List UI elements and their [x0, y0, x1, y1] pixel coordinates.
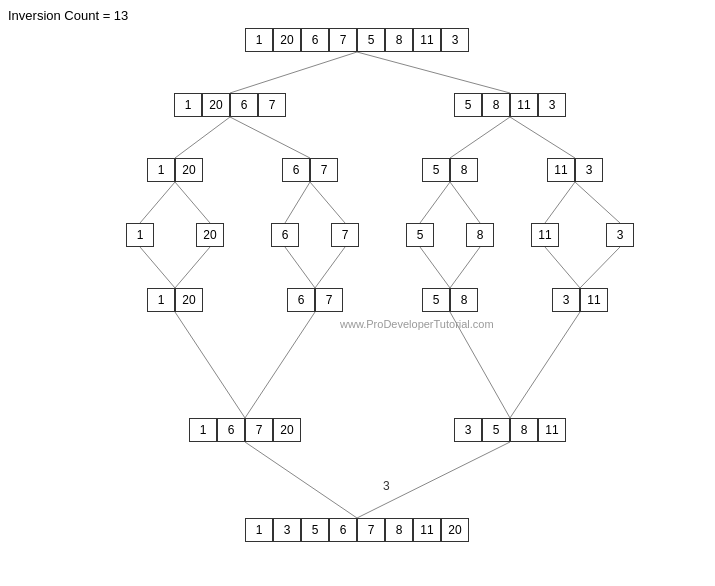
tree-node-n18: 311 — [552, 288, 608, 312]
svg-line-19 — [450, 247, 480, 288]
cell-value: 5 — [482, 418, 510, 442]
cell-value: 1 — [245, 28, 273, 52]
cell-value: 1 — [174, 93, 202, 117]
cell-value: 20 — [202, 93, 230, 117]
tree-node-n7: 1 — [126, 223, 154, 247]
cell-value: 20 — [273, 418, 301, 442]
tree-node-n8: 20 — [196, 223, 224, 247]
svg-line-0 — [230, 52, 357, 93]
cell-value: 5 — [406, 223, 434, 247]
cell-value: 1 — [147, 288, 175, 312]
tree-node-n11: 5 — [406, 223, 434, 247]
svg-line-9 — [310, 182, 345, 223]
cell-value: 8 — [450, 158, 478, 182]
cell-value: 7 — [258, 93, 286, 117]
inversion-count-label: Inversion Count = 13 — [8, 8, 128, 23]
cell-value: 1 — [126, 223, 154, 247]
cell-value: 5 — [357, 28, 385, 52]
tree-node-n6: 113 — [547, 158, 603, 182]
cell-value: 3 — [538, 93, 566, 117]
svg-line-26 — [245, 442, 357, 518]
cell-value: 6 — [271, 223, 299, 247]
svg-line-22 — [175, 312, 245, 418]
cell-value: 8 — [510, 418, 538, 442]
svg-line-8 — [285, 182, 310, 223]
cell-value: 6 — [301, 28, 329, 52]
cell-value: 1 — [147, 158, 175, 182]
cell-value: 20 — [196, 223, 224, 247]
tree-node-n1: 12067 — [174, 93, 286, 117]
cell-value: 1 — [245, 518, 273, 542]
svg-line-3 — [230, 117, 310, 158]
cell-value: 7 — [331, 223, 359, 247]
tree-node-n12: 8 — [466, 223, 494, 247]
cell-value: 3 — [454, 418, 482, 442]
cell-value: 8 — [466, 223, 494, 247]
svg-line-16 — [285, 247, 315, 288]
cell-value: 11 — [510, 93, 538, 117]
svg-line-27 — [357, 442, 510, 518]
cell-value: 7 — [245, 418, 273, 442]
tree-node-n14: 3 — [606, 223, 634, 247]
cell-value: 8 — [450, 288, 478, 312]
cell-value: 11 — [547, 158, 575, 182]
cell-value: 5 — [422, 288, 450, 312]
cell-value: 1 — [189, 418, 217, 442]
svg-line-7 — [175, 182, 210, 223]
cell-value: 3 — [441, 28, 469, 52]
watermark-label: www.ProDeveloperTutorial.com — [340, 318, 494, 330]
tree-node-n15: 120 — [147, 288, 203, 312]
tree-node-n3: 120 — [147, 158, 203, 182]
svg-line-13 — [575, 182, 620, 223]
cell-value: 3 — [606, 223, 634, 247]
svg-line-20 — [545, 247, 580, 288]
cell-value: 20 — [175, 288, 203, 312]
svg-line-21 — [580, 247, 620, 288]
svg-line-2 — [175, 117, 230, 158]
cell-value: 3 — [575, 158, 603, 182]
tree-node-n0: 1206758113 — [245, 28, 469, 52]
svg-line-10 — [420, 182, 450, 223]
cell-value: 5 — [454, 93, 482, 117]
tree-node-n2: 58113 — [454, 93, 566, 117]
cell-value: 6 — [287, 288, 315, 312]
tree-node-n16: 67 — [287, 288, 343, 312]
tree-node-n19: 16720 — [189, 418, 301, 442]
svg-line-4 — [450, 117, 510, 158]
svg-line-14 — [140, 247, 175, 288]
svg-text:3: 3 — [383, 479, 390, 493]
cell-value: 7 — [357, 518, 385, 542]
cell-value: 6 — [217, 418, 245, 442]
cell-value: 3 — [552, 288, 580, 312]
cell-value: 11 — [531, 223, 559, 247]
svg-line-6 — [140, 182, 175, 223]
cell-value: 20 — [441, 518, 469, 542]
tree-node-n5: 58 — [422, 158, 478, 182]
cell-value: 7 — [310, 158, 338, 182]
cell-value: 11 — [413, 28, 441, 52]
cell-value: 11 — [580, 288, 608, 312]
svg-line-1 — [357, 52, 510, 93]
tree-node-n21: 1356781120 — [245, 518, 469, 542]
cell-value: 20 — [175, 158, 203, 182]
cell-value: 11 — [538, 418, 566, 442]
svg-line-5 — [510, 117, 575, 158]
tree-node-n10: 7 — [331, 223, 359, 247]
cell-value: 8 — [482, 93, 510, 117]
svg-line-18 — [420, 247, 450, 288]
cell-value: 6 — [230, 93, 258, 117]
svg-line-12 — [545, 182, 575, 223]
cell-value: 20 — [273, 28, 301, 52]
svg-line-17 — [315, 247, 345, 288]
svg-line-15 — [175, 247, 210, 288]
svg-line-11 — [450, 182, 480, 223]
cell-value: 6 — [329, 518, 357, 542]
cell-value: 7 — [315, 288, 343, 312]
svg-line-25 — [510, 312, 580, 418]
cell-value: 5 — [301, 518, 329, 542]
cell-value: 6 — [282, 158, 310, 182]
tree-node-n13: 11 — [531, 223, 559, 247]
cell-value: 8 — [385, 28, 413, 52]
cell-value: 3 — [273, 518, 301, 542]
svg-line-23 — [245, 312, 315, 418]
